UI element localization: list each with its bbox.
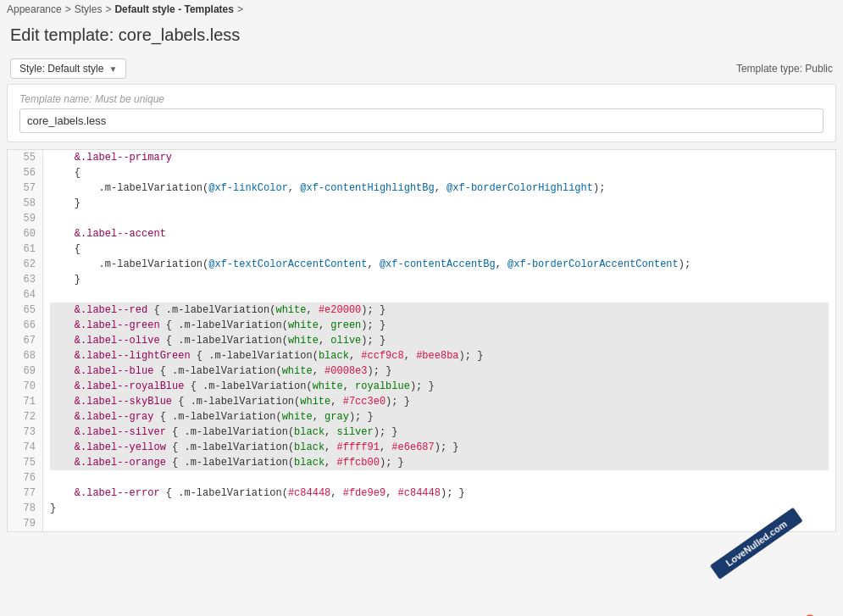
breadcrumb-sep-2: > (105, 3, 111, 15)
style-dropdown[interactable]: Style: Default style ▼ (10, 58, 126, 79)
code-editor-container: 5556575859606162636465666768697071727374… (7, 149, 836, 532)
toolbar: Style: Default style ▼ Template type: Pu… (0, 53, 843, 84)
chevron-down-icon: ▼ (108, 64, 117, 74)
template-name-label: Template name: Must be unique (19, 93, 824, 105)
template-name-hint: Must be unique (95, 93, 164, 105)
line-numbers: 5556575859606162636465666768697071727374… (8, 150, 43, 531)
breadcrumb-styles[interactable]: Styles (75, 3, 103, 15)
breadcrumb-appearance[interactable]: Appearance (7, 3, 62, 15)
code-editor[interactable]: 5556575859606162636465666768697071727374… (8, 150, 835, 531)
template-type-label: Template type: Public (736, 63, 833, 75)
style-dropdown-label: Style: Default style (19, 63, 103, 75)
breadcrumb-sep-3: > (237, 3, 243, 15)
template-name-section: Template name: Must be unique (7, 84, 836, 142)
page-title: Edit template: core_labels.less (10, 25, 833, 45)
breadcrumb-sep-1: > (65, 3, 71, 15)
code-content[interactable]: &.label--primary { .m-labelVariation(@xf… (43, 150, 835, 531)
page-header: Edit template: core_labels.less (0, 19, 843, 53)
template-name-input[interactable] (19, 108, 824, 133)
breadcrumb-default-style[interactable]: Default style - Templates (114, 3, 233, 15)
breadcrumb: Appearance > Styles > Default style - Te… (0, 0, 843, 19)
